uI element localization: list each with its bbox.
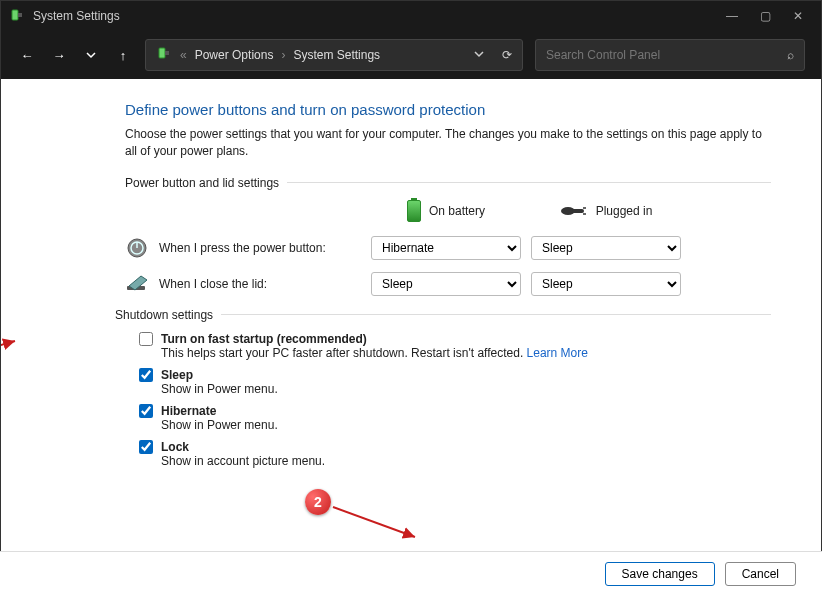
page-title: Define power buttons and turn on passwor… [125, 101, 771, 118]
chevron-right-icon: › [281, 48, 285, 62]
breadcrumb-system-settings[interactable]: System Settings [293, 48, 380, 62]
svg-rect-6 [583, 207, 586, 209]
window-title: System Settings [33, 9, 726, 23]
sleep-checkbox[interactable]: Sleep [139, 368, 771, 382]
navigation-bar: ← → ↑ « Power Options › System Settings … [1, 31, 821, 79]
svg-rect-5 [572, 209, 584, 213]
section-shutdown: Shutdown settings [115, 308, 771, 322]
lid-plugged-select[interactable]: Sleep [531, 272, 681, 296]
svg-line-12 [1, 341, 15, 363]
address-bar[interactable]: « Power Options › System Settings ⟳ [145, 39, 523, 71]
svg-rect-3 [165, 51, 169, 55]
power-button-icon [125, 236, 149, 260]
address-icon [156, 46, 172, 65]
hibernate-desc: Show in Power menu. [161, 418, 771, 432]
column-on-battery: On battery [371, 200, 521, 222]
lock-checkbox[interactable]: Lock [139, 440, 771, 454]
search-icon[interactable]: ⌕ [787, 48, 794, 62]
annotation-2: 2 [305, 489, 331, 515]
hibernate-checkbox[interactable]: Hibernate [139, 404, 771, 418]
power-button-label: When I press the power button: [159, 241, 326, 255]
power-button-plugged-select[interactable]: Sleep [531, 236, 681, 260]
svg-rect-1 [18, 13, 22, 17]
close-button[interactable]: ✕ [793, 9, 803, 23]
lid-battery-select[interactable]: Sleep [371, 272, 521, 296]
search-box[interactable]: ⌕ [535, 39, 805, 71]
power-button-battery-select[interactable]: Hibernate [371, 236, 521, 260]
cancel-button[interactable]: Cancel [725, 562, 796, 586]
lock-desc: Show in account picture menu. [161, 454, 771, 468]
up-button[interactable]: ↑ [113, 48, 133, 63]
address-dropdown-icon[interactable] [474, 48, 484, 62]
column-plugged-in: Plugged in [531, 204, 681, 218]
refresh-button[interactable]: ⟳ [502, 48, 512, 62]
recent-dropdown[interactable] [81, 50, 101, 60]
lid-icon [125, 272, 149, 296]
section-power-button-lid: Power button and lid settings [125, 176, 771, 190]
battery-icon [407, 200, 421, 222]
search-input[interactable] [546, 48, 787, 62]
plug-icon [560, 204, 588, 218]
content-area: Define power buttons and turn on passwor… [1, 79, 821, 552]
titlebar: System Settings — ▢ ✕ [1, 1, 821, 31]
app-icon [9, 8, 25, 24]
sleep-desc: Show in Power menu. [161, 382, 771, 396]
forward-button[interactable]: → [49, 48, 69, 63]
fast-startup-checkbox[interactable]: Turn on fast startup (recommended) [139, 332, 771, 346]
chevron-left-icon: « [180, 48, 187, 62]
minimize-button[interactable]: — [726, 9, 738, 23]
svg-rect-2 [159, 48, 165, 58]
back-button[interactable]: ← [17, 48, 37, 63]
svg-line-13 [333, 507, 415, 537]
svg-rect-7 [583, 213, 586, 215]
fast-startup-desc: This helps start your PC faster after sh… [161, 346, 771, 360]
page-description: Choose the power settings that you want … [125, 126, 771, 160]
footer: Save changes Cancel [0, 551, 822, 595]
svg-rect-0 [12, 10, 18, 20]
lid-label: When I close the lid: [159, 277, 267, 291]
maximize-button[interactable]: ▢ [760, 9, 771, 23]
learn-more-link[interactable]: Learn More [527, 346, 588, 360]
breadcrumb-power-options[interactable]: Power Options [195, 48, 274, 62]
save-button[interactable]: Save changes [605, 562, 715, 586]
